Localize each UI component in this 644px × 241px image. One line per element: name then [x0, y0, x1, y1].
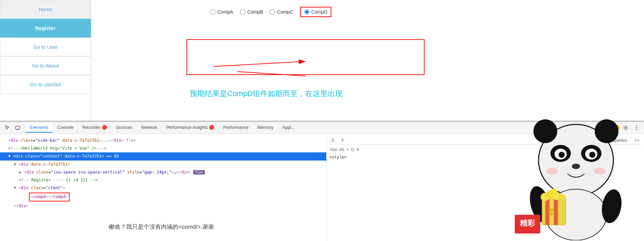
tab-console[interactable]: Console [53, 123, 78, 133]
radio-compb-label: CompB [247, 9, 263, 15]
tab-application[interactable]: Appl... [278, 123, 299, 133]
device-toolbar-icon[interactable] [13, 123, 22, 133]
svg-point-5 [595, 119, 618, 143]
svg-point-24 [550, 189, 558, 196]
radio-group: CompA CompB CompC CompD [210, 7, 331, 17]
panda-image: 维他 命 精彩 [501, 116, 644, 240]
dom-line: <div class="side-bar" data-v-7a7a37b1>..… [0, 137, 326, 145]
svg-text:命: 命 [550, 212, 554, 216]
compd-tag: <compd></compd> [29, 193, 70, 201]
svg-rect-31 [17, 129, 19, 130]
svg-point-10 [559, 152, 565, 158]
radio-compc[interactable]: CompC [270, 9, 293, 15]
radio-compb-input[interactable] [240, 9, 246, 15]
svg-point-14 [594, 168, 606, 175]
x-icon[interactable]: ✕ [356, 147, 360, 152]
dom-tree[interactable]: <div class="side-bar" data-v-7a7a37b1>..… [0, 134, 327, 241]
svg-point-23 [558, 194, 565, 201]
svg-line-2 [237, 72, 306, 76]
dom-line-ctent: ▼ <div class="ctent"> [0, 184, 326, 192]
tab-network[interactable]: Network [137, 123, 162, 133]
svg-text:精彩: 精彩 [519, 219, 535, 227]
nav-goto-useslot[interactable]: Go to useSlot [0, 75, 91, 94]
svg-point-12 [572, 164, 580, 169]
tab-performance-insights[interactable]: Performance insights 🔴 [162, 123, 218, 133]
sidebar: Home Register Go to User Go to About Go … [0, 0, 91, 121]
radio-compc-input[interactable] [270, 9, 275, 15]
tab-recorder[interactable]: Recorder 🔴 [78, 123, 111, 133]
dom-line-div: ▼ <div data-v-7a7a37b1> [0, 161, 326, 168]
svg-text:维他: 维他 [548, 208, 555, 212]
nav-register[interactable]: Register [0, 19, 91, 37]
nav-goto-about[interactable]: Go to About [0, 56, 91, 75]
svg-line-1 [214, 61, 306, 66]
dom-line-register-comment: <!-- Register ---- {{ id 1}} --> [0, 176, 326, 184]
bottom-annotation: 瞅啥？我只是个没有内涵的<comd/>,谢谢 [109, 223, 214, 231]
radio-compb[interactable]: CompB [240, 9, 263, 15]
radio-compa-label: CompA [217, 9, 233, 15]
right-tab-styles[interactable]: S [329, 137, 336, 144]
radio-compd[interactable]: CompD [304, 9, 327, 15]
svg-point-13 [546, 168, 558, 175]
nav-home[interactable]: Home [0, 0, 91, 19]
hov-cls-text[interactable]: :hov .cls [329, 147, 344, 152]
dom-line-compd[interactable]: <compd></compd> [0, 192, 326, 202]
radio-compc-label: CompC [277, 9, 293, 15]
radio-compd-label: CompD [311, 9, 327, 15]
tab-sources[interactable]: Sources [112, 123, 136, 133]
svg-point-4 [533, 119, 557, 143]
dom-line-ivu: ▶ <div class="ivu-space ivu-space-vertic… [0, 168, 326, 176]
right-tab-filter: F [340, 137, 346, 144]
plus-icon[interactable]: + [346, 147, 349, 152]
dock-icon[interactable]: ⊡ [351, 147, 354, 152]
dom-line-comment: <!-- <HelloWorld msg="Vite + Vue" /> --> [0, 145, 326, 152]
tab-performance[interactable]: Performance [219, 123, 252, 133]
arrow-annotation [203, 53, 319, 80]
svg-rect-30 [16, 126, 20, 129]
inspect-element-icon[interactable] [3, 123, 12, 133]
main-annotation: 预期结果是CompD组件如期而至，在这里出现 [190, 89, 343, 99]
tab-memory[interactable]: Memory [253, 123, 278, 133]
dom-line-selected[interactable]: ▼ <div class="content" data-v-7a7a37b1> … [0, 152, 326, 160]
nav-goto-user[interactable]: Go to User [0, 37, 91, 56]
devtools-left-icons [3, 123, 22, 133]
dom-line-close-div: </div> [0, 202, 326, 210]
svg-point-11 [589, 152, 595, 158]
compd-selected-box: CompD [300, 7, 331, 17]
tab-elements[interactable]: Elements [26, 123, 52, 133]
radio-compa-input[interactable] [210, 9, 216, 15]
radio-compa[interactable]: CompA [210, 9, 233, 15]
radio-compd-input[interactable] [304, 9, 310, 15]
content-area: CompA CompB CompC CompD [91, 0, 644, 121]
